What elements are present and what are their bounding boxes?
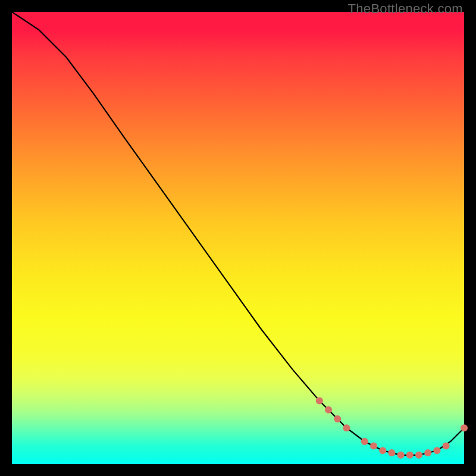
curve-marker [343,424,350,431]
curve-marker [433,447,440,454]
curve-markers [316,397,468,459]
curve-marker [397,452,405,459]
bottleneck-curve-line [12,12,464,455]
curve-marker [316,397,323,405]
curve-marker [370,443,377,450]
curve-marker [406,452,414,459]
curve-marker [379,447,386,454]
curve-marker [415,452,422,459]
curve-marker [443,443,450,450]
chart-svg [12,12,464,464]
curve-marker [361,438,368,445]
curve-marker [388,449,395,456]
curve-marker [325,406,332,414]
curve-marker [334,415,341,422]
curve-marker [424,449,431,456]
curve-marker [461,424,468,431]
